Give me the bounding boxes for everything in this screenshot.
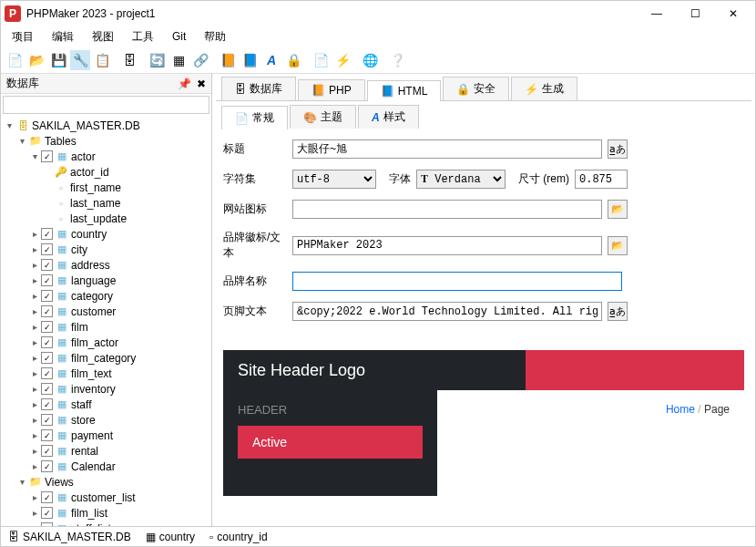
browse-icon[interactable]: 🌐 <box>360 50 380 70</box>
tab-generate[interactable]: ⚡ 生成 <box>511 77 577 100</box>
tree-row[interactable]: ▸✓▦customer_list <box>1 490 211 505</box>
title-label: 标题 <box>223 141 287 157</box>
php-icon[interactable]: 📙 <box>218 50 238 70</box>
tree-row[interactable]: ▸✓▦country <box>1 226 211 242</box>
status-db: 🗄 SAKILA_MASTER.DB <box>8 531 131 543</box>
sync-icon[interactable]: 🔄 <box>147 50 167 70</box>
tree-row[interactable]: ▾📁Views <box>1 474 211 490</box>
statusbar: 🗄 SAKILA_MASTER.DB ▦ country ▫ country_i… <box>1 526 755 546</box>
save-icon[interactable]: 💾 <box>48 50 68 70</box>
tree-row[interactable]: ▸✓▦address <box>1 257 211 273</box>
favicon-browse-button[interactable]: 📂 <box>608 200 628 219</box>
translate-button[interactable]: a̲あ <box>608 139 628 159</box>
tree-row[interactable]: 🔑actor_id <box>1 164 211 180</box>
tree-row[interactable]: ▸✓▦customer <box>1 304 211 319</box>
menu-edit[interactable]: 编辑 <box>45 27 81 46</box>
db-icon[interactable]: 🗄 <box>119 50 139 70</box>
menu-tools[interactable]: 工具 <box>125 27 161 46</box>
subtab-style[interactable]: A 样式 <box>358 105 419 129</box>
lock-icon[interactable]: 🔒 <box>283 50 303 70</box>
preview-home-link: Home <box>666 403 695 416</box>
tree-row[interactable]: ▸✓▦rental <box>1 443 211 459</box>
search-input[interactable] <box>3 96 209 114</box>
brand-name-field[interactable] <box>292 272 622 291</box>
menu-project[interactable]: 项目 <box>5 27 41 46</box>
sidebar-header: 数据库 📌 ✖ <box>1 74 211 94</box>
tree-row[interactable]: ▸✓▦language <box>1 273 211 288</box>
tree-row[interactable]: ▸✓▦Calendar <box>1 459 211 474</box>
table-icon[interactable]: ▦ <box>169 50 189 70</box>
preview-active: Active <box>238 426 423 459</box>
tab-database[interactable]: 🗄 数据库 <box>221 77 296 100</box>
charset-label: 字符集 <box>223 171 287 187</box>
gen-icon[interactable]: ⚡ <box>332 50 352 70</box>
charset-select[interactable]: utf-8 <box>292 170 376 189</box>
close-panel-icon[interactable]: ✖ <box>197 77 206 90</box>
tab-php[interactable]: 📙 PHP <box>298 79 365 100</box>
db-tree[interactable]: ▾🗄SAKILA_MASTER.DB▾📁Tables▾✓▦actor🔑actor… <box>1 116 211 526</box>
tree-row[interactable]: ▾🗄SAKILA_MASTER.DB <box>1 118 211 133</box>
favicon-field[interactable] <box>292 200 602 219</box>
menu-help[interactable]: 帮助 <box>197 27 233 46</box>
status-col: ▫ country_id <box>209 531 268 543</box>
tree-row[interactable]: ▸✓▦staff <box>1 397 211 412</box>
sidebar: 数据库 📌 ✖ ▾🗄SAKILA_MASTER.DB▾📁Tables▾✓▦act… <box>1 74 212 526</box>
open-icon[interactable]: 📂 <box>26 50 46 70</box>
size-label: 尺寸 (rem) <box>518 171 569 187</box>
title-field[interactable] <box>292 139 602 159</box>
toolbar: 📄 📂 💾 🔧 📋 🗄 🔄 ▦ 🔗 📙 📘 A 🔒 📄 ⚡ 🌐 ❔ <box>1 46 755 74</box>
menubar: 项目 编辑 视图 工具 Git 帮助 <box>1 26 755 46</box>
copy-icon[interactable]: 📋 <box>92 50 112 70</box>
subtab-general[interactable]: 📄 常规 <box>221 106 288 129</box>
preview-logo: Site Header Logo <box>223 350 744 390</box>
tree-row[interactable]: ▸✓▦film_list <box>1 505 211 521</box>
tree-row[interactable]: ▸✓▦payment <box>1 428 211 443</box>
tree-row[interactable]: ▸✓▦film_text <box>1 366 211 381</box>
subtab-theme[interactable]: 🎨 主题 <box>290 105 356 129</box>
minimize-button[interactable]: — <box>646 7 668 20</box>
tree-row[interactable]: ▸✓▦category <box>1 288 211 304</box>
tree-row[interactable]: ▾✓▦actor <box>1 149 211 164</box>
tab-security[interactable]: 🔒 安全 <box>443 77 509 100</box>
status-table: ▦ country <box>146 531 195 543</box>
tool-icon[interactable]: 🔧 <box>70 50 90 70</box>
titlebar: P PHPMaker 2023 - project1 — ☐ ✕ <box>1 1 755 26</box>
tree-row[interactable]: ▫last_update <box>1 211 211 226</box>
tree-row[interactable]: ▸✓▦film_actor <box>1 335 211 350</box>
style-icon[interactable]: A <box>261 50 281 70</box>
new-icon[interactable]: 📄 <box>5 50 25 70</box>
sub-tabs: 📄 常规 🎨 主题 A 样式 <box>216 105 751 129</box>
tree-row[interactable]: ▾📁Tables <box>1 133 211 149</box>
doc-icon[interactable]: 📄 <box>311 50 331 70</box>
preview-header: HEADER <box>238 403 423 417</box>
tab-html[interactable]: 📘 HTML <box>367 80 442 101</box>
pin-icon[interactable]: 📌 <box>178 77 191 90</box>
preview-page: Page <box>704 403 730 416</box>
main-tabs: 🗄 数据库 📙 PHP 📘 HTML 🔒 安全 ⚡ 生成 <box>216 77 751 101</box>
footer-label: 页脚文本 <box>223 304 287 319</box>
sidebar-title: 数据库 <box>6 76 178 91</box>
footer-translate-button[interactable]: a̲あ <box>608 302 628 321</box>
maximize-button[interactable]: ☐ <box>684 7 706 20</box>
link-icon[interactable]: 🔗 <box>190 50 210 70</box>
menu-git[interactable]: Git <box>165 28 193 45</box>
font-select[interactable]: 𝐓 Verdana <box>416 170 506 189</box>
tree-row[interactable]: ▸✓▦city <box>1 242 211 257</box>
app-icon: P <box>5 5 21 22</box>
tree-row[interactable]: ▫last_name <box>1 195 211 211</box>
brand-logo-field[interactable] <box>292 236 602 255</box>
favicon-label: 网站图标 <box>223 201 287 217</box>
code-icon[interactable]: 📘 <box>240 50 260 70</box>
close-button[interactable]: ✕ <box>722 7 744 20</box>
help-icon[interactable]: ❔ <box>387 50 407 70</box>
tree-row[interactable]: ▫first_name <box>1 180 211 195</box>
size-field[interactable] <box>575 170 628 189</box>
brand-logo-label: 品牌徽标/文本 <box>223 230 287 261</box>
brand-browse-button[interactable]: 📂 <box>608 236 628 255</box>
menu-view[interactable]: 视图 <box>85 27 121 46</box>
tree-row[interactable]: ▸✓▦film <box>1 319 211 335</box>
tree-row[interactable]: ▸✓▦inventory <box>1 381 211 397</box>
footer-field[interactable] <box>292 302 602 321</box>
tree-row[interactable]: ▸✓▦store <box>1 412 211 428</box>
tree-row[interactable]: ▸✓▦film_category <box>1 350 211 366</box>
